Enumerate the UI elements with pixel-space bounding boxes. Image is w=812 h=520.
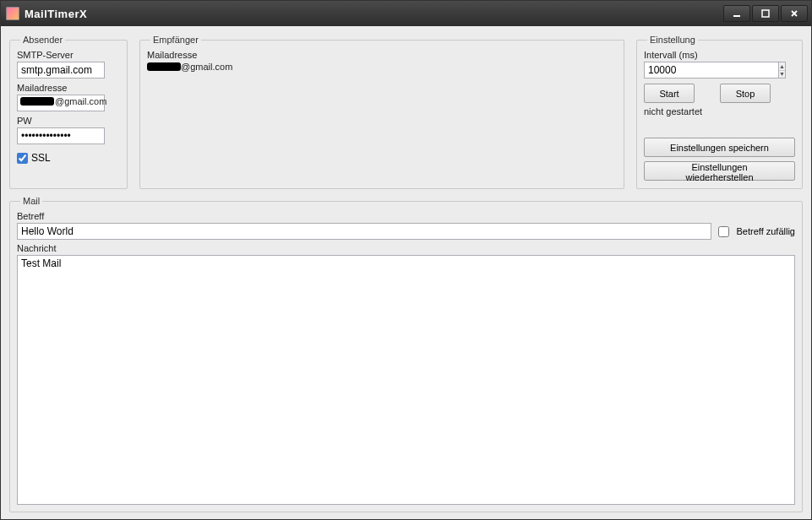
status-text: nicht gestartet: [644, 106, 795, 116]
absender-legend: Absender: [20, 35, 65, 45]
betreff-random-label: Betreff zufällig: [736, 226, 795, 236]
sender-mail-label: Mailadresse: [17, 83, 120, 93]
nachricht-label: Nachricht: [17, 243, 795, 253]
app-icon: [6, 7, 19, 20]
save-settings-button[interactable]: Einstellungen speichern: [644, 138, 795, 157]
restore-settings-button[interactable]: Einstellungen wiederherstellen: [644, 161, 795, 181]
smtp-server-input[interactable]: [17, 62, 105, 79]
pw-label: PW: [17, 116, 120, 126]
empfaenger-legend: Empfänger: [150, 35, 201, 45]
close-button[interactable]: [781, 5, 808, 22]
sender-mail-input[interactable]: [17, 95, 105, 111]
titlebar[interactable]: MailTimerX: [1, 1, 811, 26]
recipient-mail-label: Mailadresse: [147, 50, 617, 60]
betreff-random-checkbox[interactable]: [718, 226, 729, 237]
absender-group: Absender SMTP-Server Mailadresse @gmail.…: [9, 35, 128, 189]
stop-button[interactable]: Stop: [720, 84, 771, 103]
mail-group: Mail Betreff Betreff zufällig Nachricht: [9, 196, 803, 512]
start-button[interactable]: Start: [644, 84, 695, 103]
ssl-label: SSL: [31, 152, 51, 164]
pw-input[interactable]: [17, 127, 105, 144]
betreff-input[interactable]: [17, 223, 711, 240]
interval-label: Intervall (ms): [644, 50, 795, 60]
interval-spinner[interactable]: ▲ ▼: [644, 62, 771, 79]
recipient-mail-value: @gmail.com: [147, 62, 617, 72]
window-title: MailTimerX: [25, 8, 723, 20]
ssl-checkbox[interactable]: [17, 153, 28, 164]
interval-input[interactable]: [644, 62, 779, 79]
smtp-server-label: SMTP-Server: [17, 50, 120, 60]
nachricht-textarea[interactable]: [17, 255, 795, 505]
svg-rect-1: [762, 10, 769, 17]
einstellung-legend: Einstellung: [647, 35, 698, 45]
svg-rect-0: [733, 15, 740, 17]
recipient-mail-suffix: @gmail.com: [181, 62, 232, 72]
recipient-mail-redacted: [147, 62, 181, 71]
einstellung-group: Einstellung Intervall (ms) ▲ ▼ Start Sto…: [636, 35, 803, 189]
interval-up-button[interactable]: ▲: [779, 62, 785, 71]
betreff-label: Betreff: [17, 211, 795, 221]
mail-legend: Mail: [20, 196, 42, 206]
minimize-button[interactable]: [723, 5, 750, 22]
empfaenger-group: Empfänger Mailadresse @gmail.com: [139, 35, 624, 189]
maximize-button[interactable]: [752, 5, 779, 22]
interval-down-button[interactable]: ▼: [779, 71, 785, 79]
